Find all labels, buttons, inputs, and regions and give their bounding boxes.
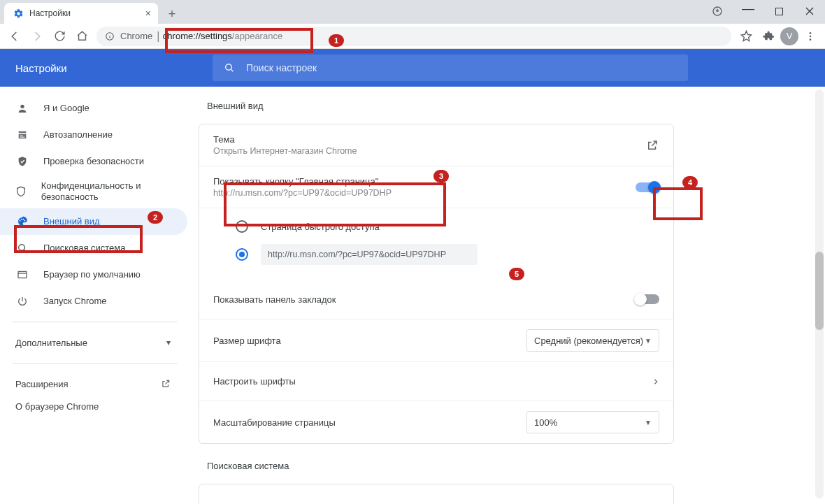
home-button-title: Показывать кнопку "Главная страница" xyxy=(213,176,392,187)
bookmarks-bar-row: Показывать панель закладок xyxy=(199,280,673,319)
bookmark-star-button[interactable] xyxy=(736,26,756,47)
sidebar-divider xyxy=(13,322,178,322)
window-minimize-button[interactable]: — xyxy=(733,0,763,20)
settings-header-title: Настройки xyxy=(0,62,213,74)
home-page-custom-url-input[interactable] xyxy=(261,244,478,265)
sidebar-item-label: Браузер по умолчанию xyxy=(43,269,141,280)
tab-close-button[interactable]: × xyxy=(145,8,151,19)
page-zoom-title: Масштабирование страницы xyxy=(213,417,336,428)
window-maximize-button[interactable] xyxy=(763,0,794,22)
sidebar-item-on-startup[interactable]: Запуск Chrome xyxy=(0,288,187,315)
sidebar-item-label: Поисковая система xyxy=(43,243,126,254)
sidebar-item-label: Я и Google xyxy=(43,103,89,114)
sidebar-item-safety-check[interactable]: Проверка безопасности xyxy=(0,148,187,175)
section-title-appearance: Внешний вид xyxy=(207,101,825,111)
home-button-toggle[interactable] xyxy=(636,182,659,192)
sidebar-item-label: Автозаполнение xyxy=(43,129,113,141)
shield-icon xyxy=(15,186,27,197)
section-title-search-engine: Поисковая система xyxy=(207,461,825,471)
sidebar-divider xyxy=(13,363,178,363)
sidebar-item-extensions[interactable]: Расширения xyxy=(0,370,199,397)
nav-forward-button[interactable] xyxy=(27,26,48,47)
theme-subtitle: Открыть Интернет-магазин Chrome xyxy=(213,146,357,156)
browser-toolbar: Chrome | chrome://settings/appearance V xyxy=(0,24,825,49)
window-close-button[interactable] xyxy=(794,0,825,22)
home-page-option-custom[interactable] xyxy=(236,240,659,268)
home-button-row: Показывать кнопку "Главная страница" htt… xyxy=(199,166,673,208)
tab-bar: Настройки × + xyxy=(0,0,825,24)
site-info-icon[interactable] xyxy=(105,31,115,41)
font-size-title: Размер шрифта xyxy=(213,336,281,346)
power-icon xyxy=(15,296,29,307)
palette-icon xyxy=(15,216,29,227)
browser-menu-button[interactable] xyxy=(800,26,821,47)
svg-point-3 xyxy=(810,32,812,34)
extensions-button[interactable] xyxy=(758,26,779,47)
svg-point-4 xyxy=(810,35,812,37)
external-link-icon xyxy=(161,379,171,389)
sidebar-item-default-browser[interactable]: Браузер по умолчанию xyxy=(0,261,187,288)
svg-point-13 xyxy=(24,220,25,222)
omnibox-prefix: Chrome xyxy=(120,31,152,41)
autofill-icon xyxy=(15,129,29,141)
page-zoom-select[interactable]: 100% ▼ xyxy=(526,411,659,433)
svg-rect-1 xyxy=(775,8,782,15)
chevron-down-icon: ▾ xyxy=(166,338,171,347)
svg-point-14 xyxy=(19,245,25,251)
window-icon xyxy=(15,269,29,280)
custom-fonts-row[interactable]: Настроить шрифты xyxy=(199,361,673,401)
settings-search-input[interactable] xyxy=(245,62,677,74)
svg-rect-8 xyxy=(20,136,23,136)
svg-point-10 xyxy=(20,220,21,222)
page-zoom-value: 100% xyxy=(534,417,557,428)
sidebar-about-label: О браузере Chrome xyxy=(15,401,99,412)
font-size-value: Средний (рекомендуется) xyxy=(534,336,643,346)
shield-check-icon xyxy=(15,156,29,167)
settings-content: Внешний вид Тема Открыть Интернет-магази… xyxy=(199,87,825,504)
sidebar-item-appearance[interactable]: Внешний вид xyxy=(0,208,187,235)
page-zoom-row: Масштабирование страницы 100% ▼ xyxy=(199,401,673,443)
sidebar-item-you-and-google[interactable]: Я и Google xyxy=(0,95,187,122)
sidebar-advanced-toggle[interactable]: Дополнительные ▾ xyxy=(0,329,199,356)
sidebar-item-label: Конфиденциальность и безопасность xyxy=(41,180,175,202)
theme-row[interactable]: Тема Открыть Интернет-магазин Chrome xyxy=(199,124,673,166)
profile-avatar-button[interactable]: V xyxy=(780,27,798,45)
radio-unchecked-icon[interactable] xyxy=(236,220,248,233)
tab-title: Настройки xyxy=(29,8,143,18)
bookmarks-bar-toggle[interactable] xyxy=(636,294,659,304)
home-page-radio-group: Страница быстрого доступа xyxy=(199,208,673,280)
custom-fonts-title: Настроить шрифты xyxy=(213,376,296,387)
svg-rect-9 xyxy=(20,137,25,138)
search-engine-card xyxy=(199,484,674,504)
option-ntp-label: Страница быстрого доступа xyxy=(261,222,380,232)
font-size-select[interactable]: Средний (рекомендуется) ▼ xyxy=(526,329,659,352)
settings-search-box[interactable] xyxy=(213,55,688,81)
caret-down-icon: ▼ xyxy=(645,419,652,426)
sidebar-item-label: Внешний вид xyxy=(43,216,100,227)
home-button-subtitle: http://ru.msn.com/?pc=UP97&ocid=UP97DHP xyxy=(213,188,392,198)
nav-home-button[interactable] xyxy=(71,26,92,47)
appearance-card: Тема Открыть Интернет-магазин Chrome Пок… xyxy=(199,124,674,444)
new-tab-button[interactable]: + xyxy=(162,4,182,24)
browser-tab[interactable]: Настройки × xyxy=(4,3,158,24)
sidebar-item-search-engine[interactable]: Поисковая система xyxy=(0,235,187,261)
settings-header: Настройки xyxy=(0,49,825,87)
svg-point-6 xyxy=(226,64,232,71)
chevron-right-icon xyxy=(652,377,659,387)
downloads-indicator[interactable] xyxy=(702,0,733,22)
sidebar-item-privacy[interactable]: Конфиденциальность и безопасность xyxy=(0,175,187,208)
content-scrollbar-thumb[interactable] xyxy=(815,252,824,330)
sidebar-item-autofill[interactable]: Автозаполнение xyxy=(0,122,187,148)
settings-sidebar: Я и Google Автозаполнение Проверка безоп… xyxy=(0,87,199,504)
home-page-option-ntp[interactable]: Страница быстрого доступа xyxy=(236,213,659,240)
address-bar[interactable]: Chrome | chrome://settings/appearance xyxy=(96,27,731,46)
svg-point-11 xyxy=(21,219,22,220)
sidebar-item-about[interactable]: О браузере Chrome xyxy=(0,397,199,416)
bookmarks-bar-title: Показывать панель закладок xyxy=(213,294,336,305)
caret-down-icon: ▼ xyxy=(645,337,652,345)
radio-checked-icon[interactable] xyxy=(236,248,248,261)
sidebar-advanced-label: Дополнительные xyxy=(15,338,87,348)
theme-title: Тема xyxy=(213,134,357,145)
nav-reload-button[interactable] xyxy=(49,26,70,47)
nav-back-button[interactable] xyxy=(4,26,25,47)
